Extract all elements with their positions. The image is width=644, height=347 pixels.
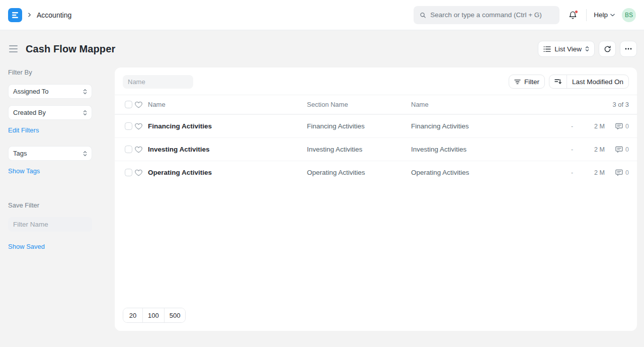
column-section-name[interactable]: Section Name bbox=[307, 101, 411, 108]
row-modified: 2 M bbox=[594, 146, 615, 153]
app-logo[interactable] bbox=[8, 8, 22, 22]
navbar-right: Help BS bbox=[414, 6, 636, 24]
sidebar-toggle-button[interactable] bbox=[8, 43, 19, 54]
table-row[interactable]: Operating Activities Operating Activitie… bbox=[115, 161, 637, 184]
list-header-row: Name Section Name Name 3 of 3 bbox=[115, 95, 637, 114]
breadcrumb[interactable]: Accounting bbox=[37, 11, 71, 19]
table-row[interactable]: Financing Activities Financing Activitie… bbox=[115, 114, 637, 137]
row-name-link[interactable]: Investing Activities bbox=[148, 146, 307, 153]
page: Cash Flow Mapper List View bbox=[0, 30, 644, 331]
comment-icon bbox=[615, 169, 623, 176]
row-comments: 0 bbox=[615, 169, 629, 176]
row-section-name: Operating Activities bbox=[307, 169, 411, 176]
row-comment-count: 0 bbox=[625, 146, 629, 153]
row-checkbox[interactable] bbox=[125, 169, 132, 176]
filter-button-label: Filter bbox=[524, 78, 539, 86]
notifications-button[interactable] bbox=[567, 9, 579, 22]
comment-icon bbox=[615, 146, 623, 153]
list-footer: 20 100 500 bbox=[115, 301, 637, 331]
filter-by-label: Filter By bbox=[8, 68, 92, 76]
show-tags-link[interactable]: Show Tags bbox=[8, 167, 40, 175]
row-modified: 2 M bbox=[594, 123, 615, 130]
sort-descending-icon bbox=[554, 79, 561, 85]
page-length-20[interactable]: 20 bbox=[123, 308, 142, 322]
result-count[interactable]: 3 of 3 bbox=[565, 101, 629, 108]
row-name2: Financing Activities bbox=[411, 122, 565, 130]
menu-button[interactable] bbox=[620, 41, 637, 57]
page-header: Cash Flow Mapper List View bbox=[8, 30, 637, 67]
column-name[interactable]: Name bbox=[148, 101, 307, 108]
refresh-icon bbox=[604, 45, 611, 53]
table-row[interactable]: Investing Activities Investing Activitie… bbox=[115, 137, 637, 161]
tags-filter[interactable]: Tags bbox=[8, 146, 92, 161]
row-checkbox[interactable] bbox=[125, 122, 132, 130]
row-assigned: - bbox=[571, 123, 594, 130]
assigned-to-filter[interactable]: Assigned To bbox=[8, 84, 92, 99]
page-length-selector: 20 100 500 bbox=[123, 308, 186, 323]
like-column-icon bbox=[135, 101, 148, 108]
row-comments: 0 bbox=[615, 146, 629, 153]
sort-field-label: Last Modified On bbox=[572, 78, 623, 86]
name-filter-input[interactable] bbox=[123, 75, 193, 89]
created-by-label: Created By bbox=[13, 109, 46, 116]
row-section-name: Financing Activities bbox=[307, 122, 411, 130]
sort-group: Last Modified On bbox=[549, 75, 629, 89]
erpnext-logo-icon bbox=[12, 12, 19, 19]
assigned-to-label: Assigned To bbox=[13, 88, 49, 95]
view-switcher-button[interactable]: List View bbox=[538, 41, 595, 57]
save-filter-label: Save Filter bbox=[8, 201, 92, 209]
search-icon bbox=[420, 12, 426, 19]
sort-direction-button[interactable] bbox=[549, 75, 567, 88]
row-section-name: Investing Activities bbox=[307, 146, 411, 153]
notification-dot bbox=[575, 10, 578, 14]
avatar-initials: BS bbox=[625, 12, 633, 19]
like-icon[interactable] bbox=[135, 123, 148, 130]
list-toolbar: Filter Last Modified On bbox=[115, 67, 637, 95]
page-length-100[interactable]: 100 bbox=[142, 308, 164, 322]
like-icon[interactable] bbox=[135, 146, 148, 153]
tags-label: Tags bbox=[13, 150, 27, 157]
page-length-500[interactable]: 500 bbox=[164, 308, 186, 322]
select-chevrons-icon bbox=[83, 89, 87, 95]
select-chevrons-icon bbox=[83, 151, 87, 157]
filter-icon bbox=[514, 79, 521, 85]
navbar: Accounting Help BS bbox=[0, 0, 644, 30]
select-chevrons-icon bbox=[83, 110, 87, 116]
column-name2[interactable]: Name bbox=[411, 101, 565, 108]
row-checkbox[interactable] bbox=[125, 146, 132, 153]
navbar-divider bbox=[586, 9, 587, 21]
edit-filters-link[interactable]: Edit Filters bbox=[8, 126, 39, 134]
row-name2: Operating Activities bbox=[411, 169, 565, 176]
help-label: Help bbox=[594, 11, 608, 19]
chevron-down-icon bbox=[610, 14, 615, 17]
breadcrumb-chevron-icon bbox=[27, 13, 32, 17]
show-saved-link[interactable]: Show Saved bbox=[8, 243, 45, 250]
help-menu[interactable]: Help bbox=[594, 11, 615, 19]
comment-icon bbox=[615, 123, 623, 130]
row-name2: Investing Activities bbox=[411, 146, 565, 153]
row-comment-count: 0 bbox=[625, 169, 629, 176]
row-comment-count: 0 bbox=[625, 123, 629, 130]
search-input[interactable] bbox=[430, 11, 553, 19]
refresh-button[interactable] bbox=[599, 41, 616, 57]
navbar-left: Accounting bbox=[8, 8, 71, 22]
ellipsis-icon bbox=[625, 48, 632, 50]
sort-field-button[interactable]: Last Modified On bbox=[567, 75, 628, 88]
row-name-link[interactable]: Operating Activities bbox=[148, 169, 307, 176]
list-view-icon bbox=[543, 46, 551, 52]
row-name-link[interactable]: Financing Activities bbox=[148, 122, 307, 130]
row-assigned: - bbox=[571, 146, 594, 153]
view-switcher-label: List View bbox=[554, 45, 582, 53]
created-by-filter[interactable]: Created By bbox=[8, 105, 92, 120]
filter-name-input[interactable] bbox=[8, 217, 92, 232]
row-assigned: - bbox=[571, 169, 594, 176]
filter-button[interactable]: Filter bbox=[509, 75, 545, 89]
select-all-checkbox[interactable] bbox=[125, 101, 132, 108]
page-title: Cash Flow Mapper bbox=[26, 43, 115, 55]
global-search[interactable] bbox=[414, 6, 559, 24]
list-sidebar: Filter By Assigned To Created By Edit Fi… bbox=[8, 67, 92, 262]
avatar[interactable]: BS bbox=[622, 8, 636, 22]
row-modified: 2 M bbox=[594, 169, 615, 176]
list-card: Filter Last Modified On bbox=[115, 67, 637, 331]
like-icon[interactable] bbox=[135, 169, 148, 176]
